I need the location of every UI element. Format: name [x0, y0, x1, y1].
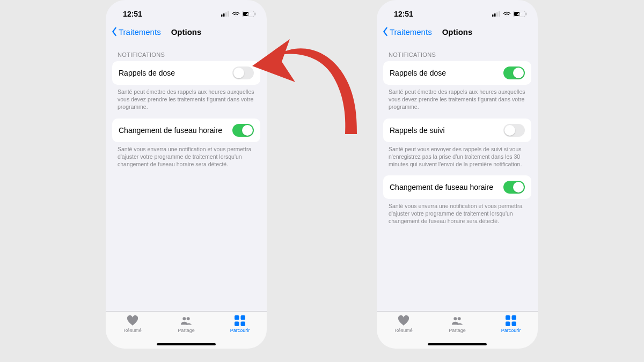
- svg-rect-13: [241, 322, 246, 327]
- svg-text:47: 47: [517, 12, 522, 17]
- svg-rect-3: [228, 11, 229, 17]
- row-footer-followup: Santé peut vous envoyer des rappels de s…: [383, 142, 531, 176]
- svg-rect-10: [235, 315, 239, 320]
- home-indicator[interactable]: [157, 343, 216, 345]
- section-header-notifications: Notifications: [383, 41, 531, 61]
- heart-icon: [126, 315, 139, 327]
- back-label: Traitements: [390, 27, 432, 36]
- row-dose-reminders[interactable]: Rappels de dose: [112, 61, 260, 85]
- tab-label: Parcourir: [230, 328, 250, 333]
- people-icon: [451, 315, 464, 327]
- toggle-followup[interactable]: [503, 124, 525, 137]
- tab-label: Parcourir: [501, 328, 521, 333]
- signal-icon: [492, 11, 501, 17]
- svg-rect-20: [526, 13, 527, 16]
- row-timezone-change[interactable]: Changement de fuseau horaire: [383, 175, 531, 199]
- status-time: 12:51: [116, 10, 149, 18]
- tab-label: Partage: [178, 328, 195, 333]
- tab-resume[interactable]: Résumé: [377, 312, 430, 349]
- toggle-dose[interactable]: [232, 67, 254, 79]
- svg-rect-16: [496, 12, 498, 17]
- tab-label: Partage: [449, 328, 466, 333]
- row-label: Changement de fuseau horaire: [390, 183, 493, 191]
- svg-text:47: 47: [246, 12, 251, 17]
- settings-content: Notifications Rappels de dose Santé peut…: [377, 41, 538, 311]
- tab-label: Résumé: [394, 328, 413, 333]
- nav-bar: Traitements Options: [377, 23, 538, 41]
- heart-icon: [397, 315, 410, 327]
- grid-icon: [233, 315, 246, 327]
- row-label: Rappels de suivi: [390, 126, 445, 135]
- row-footer-timezone: Santé vous enverra une notification et v…: [112, 142, 260, 176]
- wifi-icon: [503, 11, 511, 17]
- status-icons: 47: [492, 11, 527, 17]
- svg-point-9: [187, 317, 190, 320]
- wifi-icon: [232, 11, 240, 17]
- svg-point-8: [182, 317, 186, 320]
- section-header-notifications: Notifications: [112, 41, 260, 61]
- svg-rect-6: [255, 13, 256, 16]
- status-bar: 12:51 47: [377, 0, 538, 23]
- toggle-dose[interactable]: [503, 67, 525, 79]
- status-icons: 47: [221, 11, 256, 17]
- row-label: Changement de fuseau horaire: [119, 126, 222, 135]
- tab-resume[interactable]: Résumé: [106, 312, 159, 349]
- signal-icon: [221, 11, 230, 17]
- row-footer-dose: Santé peut émettre des rappels aux heure…: [112, 85, 260, 119]
- phone-left: 12:51 47 Traitements Options: [106, 0, 267, 349]
- svg-point-22: [453, 317, 457, 320]
- people-icon: [180, 315, 193, 327]
- chevron-left-icon: [382, 27, 389, 36]
- svg-rect-15: [494, 13, 496, 17]
- nav-bar: Traitements Options: [106, 23, 267, 41]
- svg-rect-27: [512, 322, 517, 327]
- row-label: Rappels de dose: [390, 69, 446, 77]
- grid-icon: [504, 315, 517, 327]
- phone-right: 12:51 47 Traitements Options Notifica: [377, 0, 538, 349]
- svg-point-23: [458, 317, 461, 320]
- tab-parcourir[interactable]: Parcourir: [213, 312, 267, 349]
- svg-rect-26: [506, 322, 510, 327]
- svg-rect-0: [221, 14, 223, 17]
- svg-rect-11: [241, 315, 246, 320]
- svg-rect-2: [225, 12, 227, 17]
- home-indicator[interactable]: [428, 343, 487, 345]
- battery-icon: 47: [242, 11, 256, 17]
- chevron-left-icon: [111, 27, 118, 36]
- svg-rect-14: [492, 14, 494, 17]
- row-footer-dose: Santé peut émettre des rappels aux heure…: [383, 85, 531, 119]
- svg-rect-1: [223, 13, 225, 17]
- svg-rect-12: [235, 322, 239, 327]
- svg-rect-25: [512, 315, 517, 320]
- toggle-timezone[interactable]: [503, 181, 525, 194]
- svg-rect-24: [506, 315, 510, 320]
- battery-icon: 47: [513, 11, 527, 17]
- back-button[interactable]: Traitements: [382, 27, 432, 36]
- tab-label: Résumé: [123, 328, 142, 333]
- back-label: Traitements: [119, 27, 161, 36]
- back-button[interactable]: Traitements: [111, 27, 161, 36]
- svg-rect-17: [499, 11, 500, 17]
- settings-content: Notifications Rappels de dose Santé peut…: [106, 41, 267, 311]
- row-label: Rappels de dose: [119, 69, 175, 77]
- row-dose-reminders[interactable]: Rappels de dose: [383, 61, 531, 85]
- status-time: 12:51: [387, 10, 420, 18]
- row-timezone-change[interactable]: Changement de fuseau horaire: [112, 119, 260, 142]
- toggle-timezone[interactable]: [232, 124, 254, 137]
- tab-parcourir[interactable]: Parcourir: [484, 312, 538, 349]
- status-bar: 12:51 47: [106, 0, 267, 23]
- row-followup-reminders[interactable]: Rappels de suivi: [383, 119, 531, 142]
- row-footer-timezone: Santé vous enverra une notification et v…: [383, 199, 531, 233]
